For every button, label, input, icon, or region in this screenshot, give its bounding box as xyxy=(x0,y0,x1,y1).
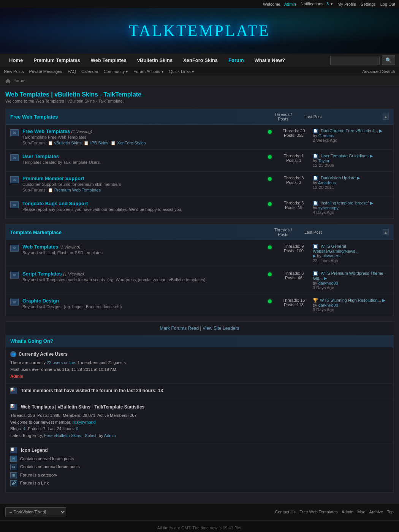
forum-desc: Customer Support forums for premium skin… xyxy=(22,182,268,187)
subforum-link-premium[interactable]: Premium Web Templates xyxy=(53,188,101,192)
lastpost-title-link[interactable]: User Template Guidelines xyxy=(321,154,369,158)
forum-header-info: Web Templates | vBulletin Skins - TalkTe… xyxy=(5,91,394,103)
legend-label-link: Forum is a Link xyxy=(20,480,49,487)
username-link[interactable]: Admin xyxy=(284,2,296,6)
threads-header: Threads / Posts xyxy=(264,112,302,121)
search-button[interactable]: 🔍 xyxy=(382,55,395,65)
forum-lastpost: 📄 WTS General Website/Gaming/News... ▶ b… xyxy=(313,244,389,263)
forum-threads: Threads: 5Posts: 19 xyxy=(275,201,313,210)
subnav-quick-links[interactable]: Quick Links ▾ xyxy=(169,69,194,74)
main-nav: Home Premium Templates Web Templates vBu… xyxy=(0,54,399,67)
collapse-btn[interactable]: ▲ xyxy=(383,114,389,120)
forum-info: Graphic Design Buy and sell Designs. (eg… xyxy=(22,298,268,309)
lastpost-by: by xyxy=(313,303,318,307)
admin-user: Admin xyxy=(10,374,23,378)
lastpost-icon: 📄 xyxy=(313,154,318,158)
nav-forum[interactable]: Forum xyxy=(223,54,249,67)
lastpost-icon: 📄 xyxy=(313,176,318,180)
status-indicator xyxy=(268,155,272,159)
wgo-statistics: 📊 Web Templates | vBulletin Skins - Talk… xyxy=(6,400,393,443)
lastpost-title-link[interactable]: WTS General Website/Gaming/News... xyxy=(313,244,359,253)
forum-row: Graphic Design Buy and sell Designs. (eg… xyxy=(6,294,393,316)
my-profile-link[interactable]: My Profile xyxy=(337,2,356,6)
lastpost-title-link[interactable]: instaling template 'breeze' xyxy=(321,201,369,205)
forum-name-link[interactable]: Free Web Templates xyxy=(22,128,70,134)
forum-lastpost: 📄 DarkChrome Free vBulletin 4... ▶ by Ge… xyxy=(313,128,389,142)
legend-label-category: Forum is a category xyxy=(20,472,57,479)
blog-author-link[interactable]: Admin xyxy=(104,433,116,438)
mark-forums-read-link[interactable]: Mark Forums Read xyxy=(160,326,199,331)
forum-icon-envelope xyxy=(10,176,19,183)
forum-row: Free Web Templates (1 Viewing) TalkTempl… xyxy=(6,125,393,150)
free-web-templates-section: Free Web Templates Threads / Posts Last … xyxy=(5,109,394,219)
footer-contact-link[interactable]: Contact Us xyxy=(275,510,295,514)
settings-link[interactable]: Settings xyxy=(361,2,376,6)
lastpost-title-link[interactable]: DarkChrome Free vBulletin 4... xyxy=(321,128,378,133)
lastpost-author: darkneo08 xyxy=(318,303,338,307)
forum-row: Web Templates (1 Viewing) Buy and sell H… xyxy=(6,240,393,267)
lastpost-by: by xyxy=(313,133,318,138)
lastpost-title-link[interactable]: WTS Stunning High Resolution... xyxy=(320,298,381,302)
nav-whats-new[interactable]: What's New? xyxy=(249,54,290,67)
subforum-link-xenforo[interactable]: XenForo Styles xyxy=(116,141,146,145)
subnav-private-messages[interactable]: Private Messages xyxy=(29,69,62,74)
lastpost-title-link[interactable]: DarkVision Update xyxy=(321,176,356,180)
subforum-link-ipb[interactable]: IPB Skins xyxy=(89,141,108,145)
forum-name-link[interactable]: Premium Member Support xyxy=(22,176,84,181)
footer-mod-link[interactable]: Mod xyxy=(357,510,365,514)
advanced-search-link[interactable]: Advanced Search xyxy=(362,69,395,74)
status-indicator xyxy=(268,130,272,134)
legend-item-category: ▦ Forum is a category xyxy=(10,472,389,479)
template-marketplace-section: Template Marketplace Threads / Posts Las… xyxy=(5,224,394,316)
lastpost-author: Amadeus xyxy=(318,180,336,185)
sub-nav-left: New Posts Private Messages FAQ Calendar … xyxy=(4,69,194,74)
legend-label-read: Contains no unread forum posts xyxy=(20,464,80,470)
subnav-new-posts[interactable]: New Posts xyxy=(4,69,24,74)
subnav-faq[interactable]: FAQ xyxy=(68,69,76,74)
forum-info: Web Templates (1 Viewing) Buy and sell H… xyxy=(22,244,268,255)
nav-home[interactable]: Home xyxy=(4,54,28,67)
forum-lastpost: 🏆 WTS Stunning High Resolution... ▶ by d… xyxy=(313,298,389,312)
template-marketplace-header: Template Marketplace Threads / Posts Las… xyxy=(6,225,393,240)
search-input[interactable] xyxy=(330,56,380,65)
view-site-leaders-link[interactable]: View Site Leaders xyxy=(203,326,239,331)
whats-going-on-block: What's Going On? 👥 Currently Active User… xyxy=(5,335,394,492)
newest-member-link[interactable]: rickysymond xyxy=(73,420,96,424)
breadcrumb-forum-link[interactable]: Forum xyxy=(13,78,25,83)
lastpost-by: by xyxy=(317,253,323,258)
nav-xenforo-skins[interactable]: XenForo Skins xyxy=(178,54,223,67)
notifications-link[interactable]: 3 xyxy=(326,2,329,6)
online-count-link[interactable]: 22 users online. xyxy=(47,360,76,365)
subnav-calendar[interactable]: Calendar xyxy=(81,69,98,74)
subforum-link-vbulletin[interactable]: vBulletin Skins xyxy=(53,141,82,145)
status-indicator xyxy=(268,202,272,206)
lastpost-new-indicator: ▶ xyxy=(379,128,382,133)
legend-item-read: ✉ Contains no unread forum posts xyxy=(10,464,389,470)
nav-vbulletin-skins[interactable]: vBulletin Skins xyxy=(132,54,178,67)
subnav-community[interactable]: Community ▾ xyxy=(104,69,128,74)
forum-name-link[interactable]: Script Templates xyxy=(22,271,62,277)
forum-name-link[interactable]: Graphic Design xyxy=(22,298,59,304)
footer-free-templates-link[interactable]: Free Web Templates xyxy=(299,510,338,514)
notifications: Notifications: 3 ▾ xyxy=(301,2,333,6)
lastpost-by: by xyxy=(313,180,318,185)
nav-premium-templates[interactable]: Premium Templates xyxy=(28,54,86,67)
forum-name-link[interactable]: User Templates xyxy=(22,154,59,159)
forum-name-link[interactable]: Template Bugs and Support xyxy=(22,201,88,206)
lastpost-author: Taylor xyxy=(318,158,329,163)
nav-web-templates[interactable]: Web Templates xyxy=(86,54,132,67)
footer-archive-link[interactable]: Archive xyxy=(369,510,383,514)
subnav-forum-actions[interactable]: Forum Actions ▾ xyxy=(133,69,163,74)
footer-top-link[interactable]: Top xyxy=(387,510,394,514)
footer-admin-link[interactable]: Admin xyxy=(342,510,353,514)
lastpost-new-indicator: ▶ xyxy=(370,154,373,158)
collapse-btn[interactable]: ▲ xyxy=(383,229,389,235)
forum-name-link[interactable]: Web Templates xyxy=(22,244,58,250)
latest-blog-link[interactable]: Free vBulletin Skins - Splash xyxy=(44,433,98,438)
footer-bottom: All times are GMT. The time now is 09:43… xyxy=(0,520,399,532)
lastpost-icon: 📄 xyxy=(313,129,318,133)
lastpost-new-indicator: ▶ xyxy=(313,253,316,258)
style-select[interactable]: -- DarkVision[Fixed] xyxy=(5,507,66,516)
logout-link[interactable]: Log Out xyxy=(380,2,395,6)
style-selector-container: -- DarkVision[Fixed] xyxy=(5,507,66,516)
